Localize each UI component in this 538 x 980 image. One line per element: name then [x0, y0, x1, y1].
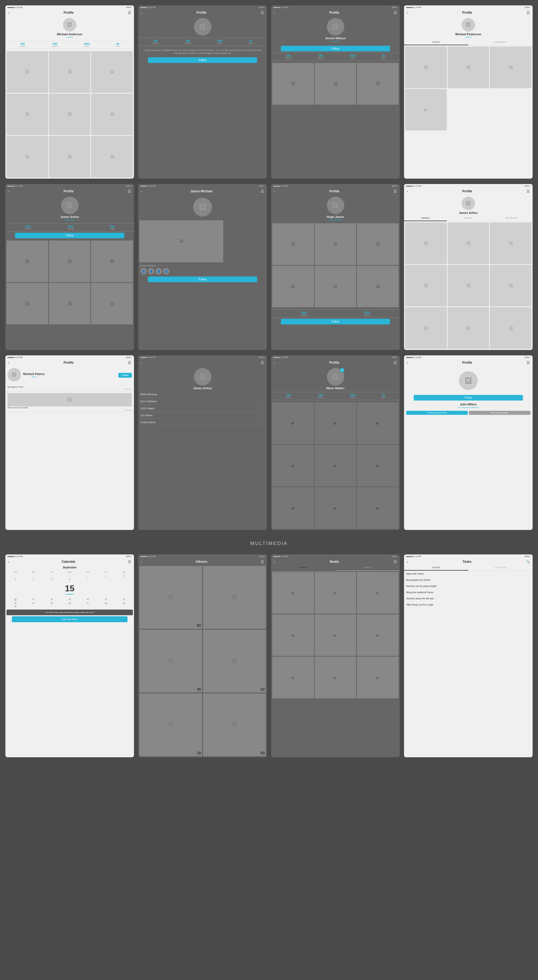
stat-followers: 396 Followers: [19, 43, 26, 47]
nav-bar-media: ‹ Media ☰: [271, 558, 400, 565]
img-7: 🖼: [6, 136, 48, 178]
album-4[interactable]: 🖼 22: [203, 630, 266, 692]
profile-name-11: Marie Walker: [326, 387, 344, 390]
list-item-videos[interactable]: 122 Videos ›: [140, 412, 265, 419]
img-8c: 🖼: [490, 223, 532, 264]
back-icon-8[interactable]: ‹: [407, 189, 408, 193]
album-5[interactable]: 🖼 18: [139, 694, 202, 756]
phone-media: 11:14 PM 100% ▪ ‹ Media ☰ IMAGES VIDEOS …: [271, 554, 400, 757]
follow-button-2[interactable]: Follow: [148, 57, 257, 63]
menu-icon-albums[interactable]: ☰: [261, 560, 264, 564]
menu-icon-9[interactable]: ☰: [128, 361, 131, 365]
img-8f: 🖼: [490, 265, 532, 307]
tab-active-tasks[interactable]: ACTIVE: [404, 565, 468, 571]
video-grid-11: ▶ ▶ ▶ ▶ ▶ ▶ ▶ ▶ ▶: [271, 401, 400, 530]
stat2-images: 1963 Images: [217, 40, 223, 44]
stat-following: 598 Following: [52, 43, 58, 47]
phone-7: 11:14 PM 100% ▪ ‹ Profile ☰ 🖼 Hugh James…: [271, 184, 400, 350]
follow-button-3[interactable]: Follow: [281, 46, 390, 51]
search-icon-tasks[interactable]: 🔍: [526, 560, 530, 563]
follow-button-12[interactable]: Follow: [414, 395, 523, 401]
phone-12: 11:14 PM 100% ▪ ‹ Profile ☰ 🖼 Follow Jul…: [404, 355, 533, 530]
back-icon-7[interactable]: ‹: [274, 189, 275, 193]
back-icon-9[interactable]: ‹: [8, 361, 10, 365]
follow-button-5[interactable]: Follow: [15, 233, 124, 238]
status-bar-10: 11:14 PM 100% ▪: [138, 355, 267, 360]
menu-icon-7[interactable]: ☰: [393, 189, 397, 193]
img-4a: 🖼: [405, 46, 447, 88]
tab-images-8[interactable]: IMAGES: [404, 215, 447, 221]
back-icon-10[interactable]: ‹: [141, 361, 142, 365]
follow-button-9[interactable]: Follow: [118, 373, 132, 378]
album-3[interactable]: 🖼 35: [139, 630, 202, 692]
image-grid-6: 🖼: [138, 219, 267, 263]
tab-posts[interactable]: POSTS: [404, 40, 468, 45]
img-6a: 🖼: [139, 220, 223, 262]
back-icon-4[interactable]: ‹: [407, 11, 408, 15]
back-icon-tasks[interactable]: ‹: [407, 560, 408, 564]
tab-videos-8[interactable]: VIDEOS: [447, 215, 490, 221]
profile-location-5: New York: [65, 219, 74, 221]
follow-button-7[interactable]: Follow: [281, 319, 390, 325]
add-entry-button[interactable]: Add new Entry: [12, 616, 127, 622]
menu-icon-2[interactable]: ☰: [261, 11, 264, 15]
add-avatar-icon[interactable]: +: [340, 368, 344, 372]
vid-11b: ▶: [315, 402, 357, 444]
menu-icon-5[interactable]: ☰: [128, 189, 131, 193]
list-item-shares[interactable]: 12396 Shares ›: [140, 419, 265, 426]
nav-title-media: Media: [330, 560, 339, 563]
img-3: 🖼: [91, 51, 133, 93]
status-bar-9: 11:14 PM 100% ▪: [5, 355, 134, 360]
list-item-images[interactable]: 1432 Images ›: [140, 405, 265, 412]
menu-icon-cal[interactable]: ☰: [128, 560, 131, 564]
album-6[interactable]: 🖼 83: [203, 694, 266, 756]
status-bar-4: 11:14 PM 100% ▪: [404, 5, 533, 10]
img-8d: 🖼: [405, 265, 447, 307]
back-icon-3[interactable]: ‹: [274, 11, 275, 15]
nav-bar-albums: ‹ Albums ☰: [138, 558, 267, 565]
media-img-a: ▶: [272, 572, 314, 614]
back-icon-2[interactable]: ‹: [141, 11, 142, 15]
avatar-4: 🖼: [462, 18, 475, 32]
back-icon-albums[interactable]: ‹: [141, 560, 142, 564]
task-title-4: Remind Jenny for the test: [406, 597, 530, 600]
back-icon-11[interactable]: ‹: [274, 361, 275, 365]
tab-complete-tasks[interactable]: COMPLETE: [468, 565, 533, 571]
album-1[interactable]: 🖼 50: [139, 566, 202, 629]
menu-icon-10[interactable]: ☰: [261, 361, 264, 365]
menu-icon-4[interactable]: ☰: [527, 11, 530, 15]
profile-name-7: Hugh James: [326, 215, 344, 218]
back-icon-5[interactable]: ‹: [8, 189, 10, 193]
menu-icon-11[interactable]: ☰: [393, 361, 397, 365]
back-icon[interactable]: ‹: [8, 11, 10, 15]
back-icon-12[interactable]: ‹: [407, 361, 408, 365]
tab-comments[interactable]: COMMENTS: [468, 40, 533, 45]
post-item-9b: 🖼 Place de la Concorde 7 min ago: [5, 391, 134, 412]
menu-icon-8[interactable]: ☰: [527, 189, 530, 193]
list-item-followers[interactable]: 8211 Followers ›: [140, 398, 265, 405]
list-item-following[interactable]: 8966 Following ›: [140, 391, 265, 398]
menu-icon-6[interactable]: ☰: [261, 189, 264, 193]
menu-icon-3[interactable]: ☰: [393, 11, 397, 15]
menu-icon-media[interactable]: ☰: [393, 560, 397, 564]
profile-location-1: London: [66, 36, 73, 38]
back-icon-cal[interactable]: ‹: [8, 560, 10, 564]
avatar-7: 🖼: [327, 197, 344, 214]
tab-videos-media[interactable]: VIDEOS: [336, 565, 400, 571]
profile-name-9: Michael Patrice: [23, 372, 45, 375]
follow-button-6[interactable]: Follow: [148, 277, 257, 282]
mutual-av-2: 👤: [148, 268, 154, 274]
menu-icon-12[interactable]: ☰: [527, 361, 530, 365]
back-icon-6[interactable]: ‹: [141, 189, 142, 193]
menu-icon[interactable]: ☰: [128, 11, 131, 15]
tab-favorites-8[interactable]: FAVORITES: [490, 215, 533, 221]
album-2[interactable]: 🖼: [203, 566, 266, 629]
back-icon-media[interactable]: ‹: [274, 560, 275, 564]
phone-5: 11:14 PM 100% ▪ ‹ Profile ☰ 🖼 James Arth…: [5, 184, 134, 350]
nav-title: Profile: [64, 11, 73, 14]
profile-with-follow-9: 🖼 Michael Patrice Paris Follow: [5, 366, 134, 385]
tab-images-media[interactable]: IMAGES: [271, 565, 336, 571]
avatar-11: 🖼 +: [327, 368, 344, 385]
profile-location-3: London: [273, 40, 398, 43]
task-item-5: Take Rusty out for a walk: [404, 602, 533, 608]
